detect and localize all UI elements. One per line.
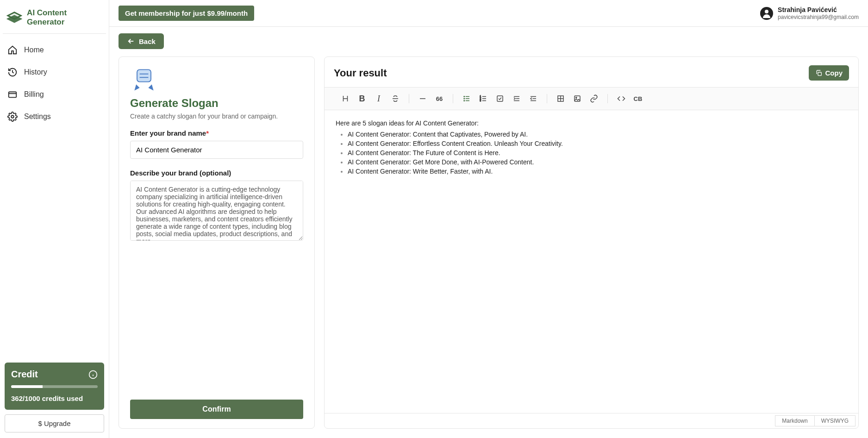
link-button[interactable] <box>586 91 602 106</box>
history-icon <box>7 67 18 77</box>
sidebar-item-billing[interactable]: Billing <box>3 85 106 104</box>
back-label: Back <box>139 38 156 45</box>
svg-rect-0 <box>9 92 17 98</box>
back-button[interactable]: Back <box>119 33 164 49</box>
svg-rect-6 <box>137 69 151 81</box>
copy-icon <box>815 69 823 77</box>
outdent-button[interactable] <box>525 91 541 106</box>
slogan-badge-icon <box>130 66 158 92</box>
codeblock-button[interactable]: CB <box>630 91 646 106</box>
svg-point-19 <box>576 97 577 98</box>
sidebar-item-home[interactable]: Home <box>3 40 106 60</box>
svg-point-12 <box>464 100 465 101</box>
list-item: AI Content Generator: Effortless Content… <box>348 140 847 147</box>
credit-progress <box>11 385 98 388</box>
copy-label: Copy <box>825 69 843 77</box>
sidebar-item-label: Settings <box>24 113 51 121</box>
credit-text: 362/1000 credits used <box>11 394 98 402</box>
result-panel: Your result Copy B I 66 <box>324 56 859 429</box>
confirm-button[interactable]: Confirm <box>130 400 303 419</box>
gear-icon <box>7 112 18 122</box>
result-list: AI Content Generator: Content that Capti… <box>336 131 847 175</box>
logo[interactable]: AI Content Generator <box>3 4 106 34</box>
bold-button[interactable]: B <box>354 91 370 106</box>
copy-button[interactable]: Copy <box>809 65 849 81</box>
svg-point-1 <box>11 115 14 118</box>
ol-button[interactable]: 123 <box>475 91 491 106</box>
sidebar-item-label: History <box>24 68 47 76</box>
list-item: AI Content Generator: The Future of Cont… <box>348 149 847 156</box>
promo-button[interactable]: Get membership for just $9.99/month <box>119 6 254 21</box>
brand-desc-label: Describe your brand (optional) <box>130 169 303 177</box>
sidebar-item-settings[interactable]: Settings <box>3 107 106 126</box>
user-name: Strahinja Pavićević <box>778 6 859 14</box>
sidebar-item-label: Home <box>24 46 44 54</box>
image-button[interactable] <box>569 91 585 106</box>
form-title: Generate Slogan <box>130 97 303 110</box>
list-item: AI Content Generator: Content that Capti… <box>348 131 847 138</box>
editor-toolbar: B I 66 123 <box>325 87 858 110</box>
result-body[interactable]: Here are 5 slogan ideas for AI Content G… <box>325 110 858 413</box>
credit-title: Credit <box>11 369 38 380</box>
topbar: Get membership for just $9.99/month Stra… <box>109 0 868 27</box>
hr-button[interactable] <box>415 91 431 106</box>
svg-point-5 <box>765 10 768 13</box>
form-subtitle: Create a catchy slogan for your brand or… <box>130 113 303 120</box>
heading-button[interactable] <box>337 91 353 106</box>
upgrade-button[interactable]: $ Upgrade <box>5 414 104 432</box>
form-panel: Generate Slogan Create a catchy slogan f… <box>119 56 315 429</box>
ul-button[interactable] <box>459 91 475 106</box>
svg-point-11 <box>464 98 465 99</box>
sidebar: AI Content Generator Home History Billin… <box>0 0 109 438</box>
brand-name-label: Enter your brand name* <box>130 129 303 137</box>
strike-button[interactable] <box>387 91 403 106</box>
editor-footer: Markdown WYSIWYG <box>325 413 858 428</box>
list-item: AI Content Generator: Get More Done, wit… <box>348 158 847 166</box>
result-intro: Here are 5 slogan ideas for AI Content G… <box>336 119 847 127</box>
svg-point-10 <box>464 96 465 97</box>
svg-text:3: 3 <box>480 100 481 102</box>
svg-rect-18 <box>575 96 580 101</box>
avatar[interactable] <box>760 7 773 20</box>
table-button[interactable] <box>553 91 568 106</box>
billing-icon <box>7 89 18 100</box>
arrow-left-icon <box>127 37 135 45</box>
markdown-tab[interactable]: Markdown <box>775 415 814 426</box>
code-button[interactable] <box>613 91 629 106</box>
nav: Home History Billing Settings <box>3 40 106 126</box>
credit-box: Credit 362/1000 credits used <box>5 363 104 410</box>
checklist-button[interactable] <box>492 91 508 106</box>
wysiwyg-tab[interactable]: WYSIWYG <box>815 415 856 426</box>
main: Get membership for just $9.99/month Stra… <box>109 0 868 438</box>
logo-text: AI Content Generator <box>27 8 102 27</box>
list-item: AI Content Generator: Write Better, Fast… <box>348 168 847 175</box>
result-title: Your result <box>334 67 387 79</box>
home-icon <box>7 45 18 55</box>
brand-desc-textarea[interactable]: AI Content Generator is a cutting-edge t… <box>130 181 303 241</box>
user-email: pavicevicstrahinja99@gmail.com <box>778 14 859 20</box>
logo-icon <box>6 9 22 26</box>
quote-button[interactable]: 66 <box>431 91 447 106</box>
info-icon[interactable] <box>88 370 98 379</box>
italic-button[interactable]: I <box>371 91 387 106</box>
indent-button[interactable] <box>509 91 525 106</box>
sidebar-item-label: Billing <box>24 90 44 99</box>
user-info[interactable]: Strahinja Pavićević pavicevicstrahinja99… <box>778 6 859 20</box>
sidebar-item-history[interactable]: History <box>3 63 106 82</box>
svg-rect-16 <box>497 96 503 101</box>
brand-name-input[interactable] <box>130 141 303 159</box>
svg-rect-9 <box>818 72 821 75</box>
